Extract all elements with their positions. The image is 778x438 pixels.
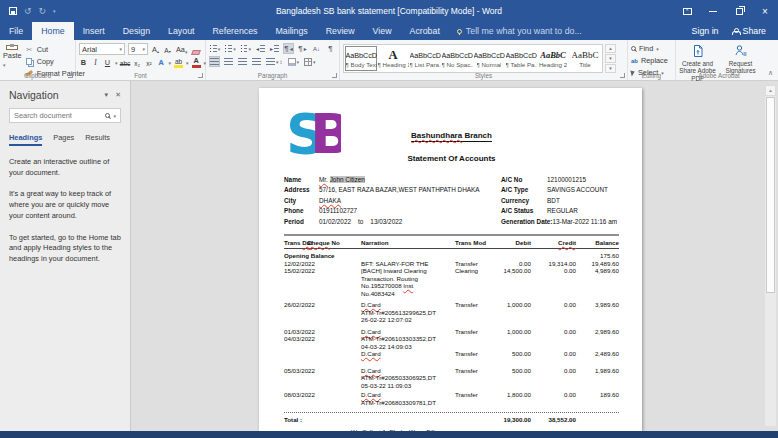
underline-button[interactable]: U [103, 57, 112, 68]
superscript-button[interactable]: x² [145, 57, 154, 68]
close-icon[interactable]: × [752, 0, 778, 22]
style-item[interactable]: AaBbCcD¶ List Para... [409, 46, 441, 71]
right-to-left-button[interactable]: ¶▸ [297, 43, 308, 54]
navigation-options-icon[interactable]: ▾ [105, 91, 109, 99]
tab-layout[interactable]: Layout [159, 22, 203, 40]
styles-scroll-up-icon[interactable]: ▲ [605, 44, 616, 53]
style-preview: AaBbCcD [474, 50, 505, 61]
justify-button[interactable] [251, 56, 262, 67]
txn-mode: Transfer [455, 328, 489, 351]
txn-mode: Transfer [455, 260, 489, 268]
sort-button[interactable]: A↓ [311, 43, 322, 54]
request-signatures-button[interactable]: Request Signatures [722, 44, 759, 69]
nav-tab-pages[interactable]: Pages [53, 133, 74, 146]
create-pdf-button[interactable]: Create and Share Adobe PDF [679, 44, 716, 69]
paste-button[interactable]: Paste ▾ [3, 43, 22, 69]
txn-date: 08/03/2022 [284, 391, 361, 406]
ribbon-display-options-icon[interactable]: ⌃ [674, 0, 700, 22]
tab-file[interactable]: File [0, 22, 32, 40]
styles-group-label: Styles [340, 72, 627, 79]
style-item[interactable]: AaBbCcDc¶ Body Text [345, 46, 377, 71]
restore-icon[interactable] [726, 0, 752, 22]
bold-button[interactable]: B [79, 57, 88, 68]
sign-in-button[interactable]: Sign in [692, 26, 719, 36]
font-dialog-launcher-icon[interactable] [198, 73, 203, 78]
txn-mode: Transfer [455, 391, 489, 406]
search-input[interactable] [14, 111, 105, 120]
tab-view[interactable]: View [364, 22, 401, 40]
shrink-font-button[interactable]: A▾ [163, 44, 172, 55]
txn-credit: 0.00 [531, 391, 576, 406]
nav-tab-headings[interactable]: Headings [9, 133, 42, 146]
bullets-button[interactable]: ▾ [209, 43, 221, 54]
numbering-button[interactable]: ▾ [224, 43, 236, 54]
ribbon: Paste ▾ ✂Cut Copy Format Painter Clipboa… [0, 40, 778, 81]
search-icon[interactable] [105, 113, 110, 118]
scrollbar-thumb[interactable] [766, 97, 775, 293]
search-options-icon[interactable]: ▾ [113, 113, 116, 119]
align-left-button[interactable] [209, 56, 220, 67]
undo-icon[interactable]: ↺ [24, 7, 32, 16]
left-to-right-button[interactable]: ¶◂ [283, 43, 294, 54]
replace-button[interactable]: abReplace [631, 56, 672, 65]
document-page[interactable]: S B Bashundhara Branch Statement Of Acco… [259, 88, 642, 431]
clear-formatting-icon[interactable] [191, 44, 201, 55]
align-center-button[interactable] [223, 56, 234, 67]
borders-button[interactable]: ▾ [303, 56, 317, 67]
tab-references[interactable]: References [203, 22, 266, 40]
style-item[interactable]: AaBbCcD¶ No Spac... [441, 46, 473, 71]
increase-indent-button[interactable]: ▸ [269, 43, 280, 54]
vertical-scrollbar[interactable]: ▲ [765, 85, 776, 426]
tab-home[interactable]: Home [32, 22, 73, 40]
adobe-acrobat-group: Create and Share Adobe PDF Request Signa… [676, 40, 762, 80]
customize-quick-access-icon[interactable]: ▾ [53, 8, 56, 14]
style-item[interactable]: AaBbCTitle [569, 46, 601, 71]
signature-person-icon [734, 44, 748, 59]
redo-icon[interactable]: ↻ [39, 7, 47, 16]
font-size-select[interactable]: 9▾ [128, 43, 148, 55]
styles-dialog-launcher-icon[interactable] [620, 73, 625, 78]
style-item[interactable]: AaBbCcD¶ Normal [473, 46, 505, 71]
italic-button[interactable]: I [91, 57, 100, 68]
line-spacing-button[interactable]: ▾ [265, 56, 284, 67]
tab-mailings[interactable]: Mailings [266, 22, 316, 40]
shading-button[interactable]: ▾ [287, 56, 301, 67]
font-group-label: Font [76, 72, 205, 79]
tab-review[interactable]: Review [317, 22, 364, 40]
style-item[interactable]: AaBbCcD¶ Table Pa... [505, 46, 537, 71]
decrease-indent-button[interactable]: ◂ [255, 43, 266, 54]
text-effects-button[interactable]: A [157, 57, 166, 68]
align-right-button[interactable] [237, 56, 248, 67]
font-family-select[interactable]: Arial▾ [79, 43, 125, 55]
strikethrough-button[interactable]: abc [121, 57, 130, 68]
styles-scroll-down-icon[interactable]: ▼ [605, 54, 616, 63]
minimize-icon[interactable] [700, 0, 726, 22]
style-item[interactable]: AaBbCHeading 2 [537, 46, 569, 71]
subscript-button[interactable]: x₂ [133, 57, 142, 68]
paragraph-dialog-launcher-icon[interactable] [332, 73, 337, 78]
multilevel-list-button[interactable]: ▾ [240, 43, 252, 54]
clipboard-dialog-launcher-icon[interactable] [68, 73, 73, 78]
show-paragraph-marks-button[interactable]: ¶ [325, 43, 336, 54]
word-window: ↺ ↻ ▾ Bangladesh SB bank statement [Comp… [0, 0, 778, 431]
style-item[interactable]: A¶ Heading 1 [377, 46, 409, 71]
clipboard-icon [6, 45, 18, 50]
find-button[interactable]: Find▾ [631, 44, 672, 53]
share-button[interactable]: Share [732, 26, 766, 36]
grow-font-button[interactable]: A▴ [151, 44, 160, 55]
text-highlight-button[interactable]: ab [174, 57, 183, 68]
tell-me-box[interactable]: Tell me what you want to do... [457, 22, 582, 40]
txn-balance: 2,489.60 [576, 350, 619, 358]
tab-acrobat[interactable]: Acrobat [401, 22, 449, 40]
change-case-button[interactable]: Aa▾ [175, 44, 188, 55]
scroll-up-icon[interactable]: ▲ [765, 85, 776, 96]
tab-insert[interactable]: Insert [74, 22, 114, 40]
tab-design[interactable]: Design [114, 22, 159, 40]
txn-date [284, 350, 361, 358]
collapse-ribbon-icon[interactable]: ∧ [768, 69, 773, 77]
nav-tab-results[interactable]: Results [85, 133, 110, 146]
navigation-close-icon[interactable]: ✕ [115, 91, 121, 99]
save-icon[interactable] [9, 7, 17, 15]
font-color-button[interactable]: A [192, 57, 201, 68]
table-row: 08/03/2022D.CardATM-Tr#206803309781,DTTr… [284, 391, 619, 406]
